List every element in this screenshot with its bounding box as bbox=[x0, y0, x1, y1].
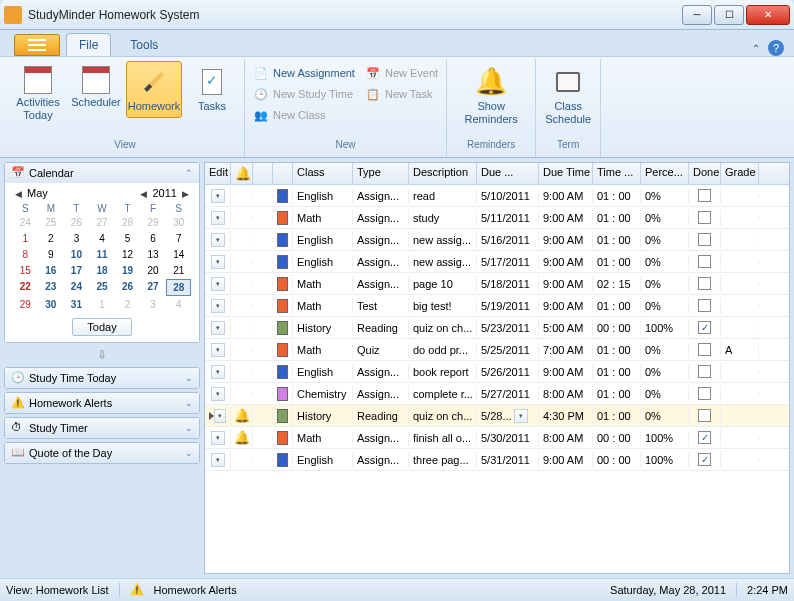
done-checkbox[interactable]: ✓ bbox=[698, 321, 711, 334]
col-percent[interactable]: Perce... bbox=[641, 163, 689, 184]
edit-dropdown[interactable]: ▾ bbox=[211, 387, 225, 401]
calendar-day[interactable]: 19 bbox=[115, 263, 140, 278]
calendar-day[interactable]: 10 bbox=[64, 247, 89, 262]
col-grade[interactable]: Grade bbox=[721, 163, 759, 184]
calendar-day[interactable]: 11 bbox=[90, 247, 115, 262]
col-type[interactable]: Type bbox=[353, 163, 409, 184]
calendar-day[interactable]: 1 bbox=[90, 297, 115, 312]
col-class[interactable]: Class bbox=[293, 163, 353, 184]
new-event-button[interactable]: 📅New Event bbox=[361, 63, 442, 83]
calendar-day[interactable]: 6 bbox=[141, 231, 166, 246]
next-year-button[interactable]: ▶ bbox=[180, 189, 191, 199]
table-row[interactable]: ▾MathAssign...page 105/18/20119:00 AM02 … bbox=[205, 273, 789, 295]
done-checkbox[interactable] bbox=[698, 299, 711, 312]
calendar-day[interactable]: 29 bbox=[13, 297, 38, 312]
table-row[interactable]: ▾🔔MathAssign...finish all o...5/30/20118… bbox=[205, 427, 789, 449]
calendar-day[interactable]: 25 bbox=[39, 215, 64, 230]
edit-dropdown[interactable]: ▾ bbox=[211, 343, 225, 357]
app-menu-button[interactable] bbox=[14, 34, 60, 56]
edit-dropdown[interactable]: ▾ bbox=[211, 233, 225, 247]
calendar-day[interactable]: 15 bbox=[13, 263, 38, 278]
done-checkbox[interactable] bbox=[698, 365, 711, 378]
scheduler-button[interactable]: Scheduler bbox=[68, 61, 124, 114]
done-checkbox[interactable] bbox=[698, 277, 711, 290]
calendar-header[interactable]: 📅 Calendar ⌃ bbox=[5, 163, 199, 183]
tasks-button[interactable]: Tasks bbox=[184, 61, 240, 118]
calendar-day[interactable]: 13 bbox=[141, 247, 166, 262]
col-description[interactable]: Description bbox=[409, 163, 477, 184]
today-button[interactable]: Today bbox=[72, 318, 131, 336]
edit-dropdown[interactable]: ▾ bbox=[214, 409, 226, 423]
calendar-day[interactable]: 9 bbox=[39, 247, 64, 262]
edit-dropdown[interactable]: ▾ bbox=[211, 299, 225, 313]
done-checkbox[interactable]: ✓ bbox=[698, 431, 711, 444]
edit-dropdown[interactable]: ▾ bbox=[211, 321, 225, 335]
calendar-day[interactable]: 21 bbox=[166, 263, 191, 278]
calendar-day[interactable]: 4 bbox=[90, 231, 115, 246]
done-checkbox[interactable] bbox=[698, 211, 711, 224]
done-checkbox[interactable] bbox=[698, 189, 711, 202]
study-timer-panel-header[interactable]: ⏱Study Timer⌄ bbox=[5, 418, 199, 438]
table-row[interactable]: ▾EnglishAssign...new assig...5/17/20119:… bbox=[205, 251, 789, 273]
table-row[interactable]: ▾HistoryReadingquiz on ch...5/23/20115:0… bbox=[205, 317, 789, 339]
maximize-button[interactable]: ☐ bbox=[714, 5, 744, 25]
calendar-day[interactable]: 18 bbox=[90, 263, 115, 278]
close-button[interactable]: ✕ bbox=[746, 5, 790, 25]
prev-month-button[interactable]: ◀ bbox=[13, 189, 24, 199]
edit-dropdown[interactable]: ▾ bbox=[211, 211, 225, 225]
done-checkbox[interactable] bbox=[698, 255, 711, 268]
col-due-date[interactable]: Due ... bbox=[477, 163, 539, 184]
edit-dropdown[interactable]: ▾ bbox=[211, 277, 225, 291]
calendar-day[interactable]: 17 bbox=[64, 263, 89, 278]
calendar-day[interactable]: 28 bbox=[115, 215, 140, 230]
edit-dropdown[interactable]: ▾ bbox=[211, 255, 225, 269]
calendar-day[interactable]: 5 bbox=[115, 231, 140, 246]
activities-today-button[interactable]: Activities Today bbox=[10, 61, 66, 127]
table-row[interactable]: ▾EnglishAssign...book report5/26/20119:0… bbox=[205, 361, 789, 383]
date-dropdown[interactable]: ▾ bbox=[514, 409, 528, 423]
col-reminder[interactable]: 🔔 bbox=[231, 163, 253, 184]
tab-file[interactable]: File bbox=[66, 33, 111, 56]
done-checkbox[interactable] bbox=[698, 233, 711, 246]
edit-dropdown[interactable]: ▾ bbox=[211, 189, 225, 203]
calendar-day[interactable]: 12 bbox=[115, 247, 140, 262]
class-schedule-button[interactable]: Class Schedule bbox=[540, 61, 596, 131]
calendar-day[interactable]: 24 bbox=[64, 279, 89, 296]
edit-dropdown[interactable]: ▾ bbox=[211, 365, 225, 379]
prev-year-button[interactable]: ◀ bbox=[138, 189, 149, 199]
done-checkbox[interactable] bbox=[698, 409, 711, 422]
help-button[interactable]: ? bbox=[768, 40, 784, 56]
calendar-day[interactable]: 27 bbox=[141, 279, 166, 296]
table-row[interactable]: ▾ChemistryAssign...complete r...5/27/201… bbox=[205, 383, 789, 405]
calendar-day[interactable]: 2 bbox=[39, 231, 64, 246]
table-row[interactable]: ▾EnglishAssign...three pag...5/31/20119:… bbox=[205, 449, 789, 471]
calendar-day[interactable]: 7 bbox=[166, 231, 191, 246]
calendar-day[interactable]: 1 bbox=[13, 231, 38, 246]
calendar-day[interactable]: 16 bbox=[39, 263, 64, 278]
homework-button[interactable]: Homework bbox=[126, 61, 182, 118]
table-row[interactable]: ▾MathQuizdo odd pr...5/25/20117:00 AM01 … bbox=[205, 339, 789, 361]
tab-tools[interactable]: Tools bbox=[117, 33, 171, 56]
minimize-button[interactable]: ─ bbox=[682, 5, 712, 25]
calendar-day[interactable]: 4 bbox=[166, 297, 191, 312]
quote-panel-header[interactable]: 📖Quote of the Day⌄ bbox=[5, 443, 199, 463]
calendar-day[interactable]: 22 bbox=[13, 279, 38, 296]
calendar-day[interactable]: 24 bbox=[13, 215, 38, 230]
calendar-day[interactable]: 3 bbox=[141, 297, 166, 312]
col-indicator[interactable] bbox=[253, 163, 273, 184]
table-row[interactable]: ▾EnglishAssign...read5/10/20119:00 AM01 … bbox=[205, 185, 789, 207]
table-row[interactable]: ▾🔔HistoryReadingquiz on ch...5/28... ▾4:… bbox=[205, 405, 789, 427]
calendar-day[interactable]: 30 bbox=[166, 215, 191, 230]
col-color[interactable] bbox=[273, 163, 293, 184]
calendar-day[interactable]: 20 bbox=[141, 263, 166, 278]
col-done[interactable]: Done bbox=[689, 163, 721, 184]
new-class-button[interactable]: 👥New Class bbox=[249, 105, 359, 125]
new-task-button[interactable]: 📋New Task bbox=[361, 84, 442, 104]
table-row[interactable]: ▾MathAssign...study5/11/20119:00 AM01 : … bbox=[205, 207, 789, 229]
done-checkbox[interactable] bbox=[698, 387, 711, 400]
new-study-time-button[interactable]: 🕒New Study Time bbox=[249, 84, 359, 104]
done-checkbox[interactable] bbox=[698, 343, 711, 356]
calendar-day[interactable]: 31 bbox=[64, 297, 89, 312]
calendar-day[interactable]: 30 bbox=[39, 297, 64, 312]
calendar-day[interactable]: 3 bbox=[64, 231, 89, 246]
